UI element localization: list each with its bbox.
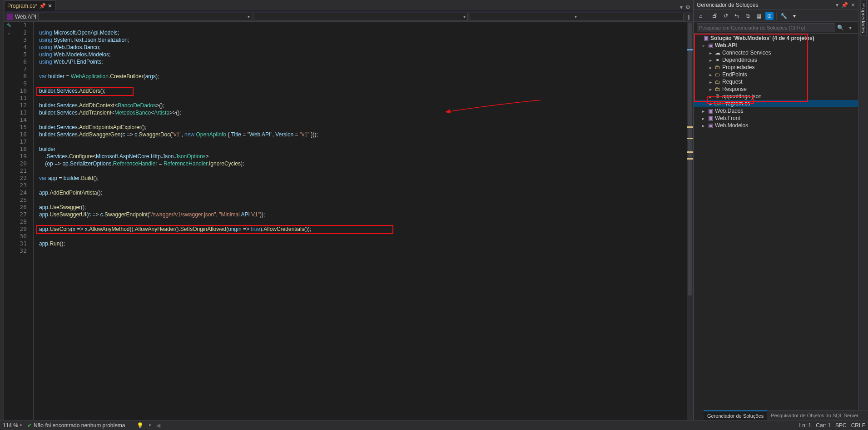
line-indicator[interactable]: Ln: 1	[799, 422, 812, 429]
right-panel-tabs: Gerenciador de Soluções Pesquisador de O…	[704, 410, 868, 420]
close-icon[interactable]: ✕	[851, 2, 855, 8]
folder-icon: 🗀	[714, 71, 721, 78]
solution-root[interactable]: ▶ ▣ Solução 'Web.Modelos' (4 de 4 projet…	[694, 35, 858, 42]
connected-services-icon: ☁	[714, 50, 721, 56]
node-properties[interactable]: ▸ 🗀 Propriedades	[694, 64, 858, 71]
show-all-icon[interactable]: ▤	[754, 12, 763, 20]
history-back-icon[interactable]: ↺	[722, 12, 730, 20]
project-name: Web.API	[15, 14, 36, 20]
panel-title-text: Gerenciador de Soluções	[697, 2, 836, 8]
check-circle-icon: ✔	[27, 422, 32, 429]
status-bar: 114 % ▾ ✔ Não foi encontrado nenhum prob…	[0, 420, 868, 430]
properties-tab-label: Propriedades	[860, 0, 867, 36]
csharp-project-icon: ▣	[707, 108, 714, 114]
node-request[interactable]: ▸ 🗀 Request	[694, 78, 858, 85]
project-context[interactable]: Web.API	[7, 14, 36, 20]
solution-toolbar: ⌂ 🗗 ↺ ⇆ ⧉ ▤ ⊞ 🔧 ▾	[694, 10, 858, 22]
search-dropdown-icon[interactable]: ▾	[845, 25, 855, 31]
close-icon[interactable]: ✕	[48, 3, 52, 9]
node-program-cs[interactable]: ▸ C# Program.cs	[694, 100, 858, 107]
pin-icon[interactable]: 📌	[39, 3, 46, 9]
csharp-project-icon: ▣	[707, 42, 714, 49]
pin-icon[interactable]: 📌	[841, 2, 848, 8]
project-label: Web.API	[715, 42, 737, 49]
code-context-bar: Web.API ▾ ▾ ▾ ⫿	[4, 12, 693, 22]
split-icon[interactable]: ⫿	[687, 13, 690, 20]
tab-solution-explorer[interactable]: Gerenciador de Soluções	[704, 410, 767, 420]
project-web-front[interactable]: ▸ ▣ Web.Front	[694, 115, 858, 122]
folder-icon: 🗀	[714, 86, 721, 92]
properties-collapsed-tab[interactable]: Propriedades	[858, 0, 868, 430]
chevron-left-icon[interactable]: ◀	[156, 422, 160, 429]
csharp-project-icon	[7, 14, 13, 20]
left-collapsed-gutter	[0, 0, 4, 430]
properties-icon[interactable]: 🔧	[779, 12, 788, 20]
node-appsettings[interactable]: ▸ 🗎 appsettings.json	[694, 93, 858, 100]
outline-margin	[30, 22, 37, 430]
json-file-icon: 🗎	[714, 93, 721, 100]
tab-program-cs[interactable]: Program.cs* 📌 ✕	[4, 0, 55, 10]
folder-icon: 🗀	[714, 79, 721, 85]
solution-tree[interactable]: ▶ ▣ Solução 'Web.Modelos' (4 de 4 projet…	[694, 34, 858, 430]
node-response[interactable]: ▸ 🗀 Response	[694, 85, 858, 93]
project-web-dados[interactable]: ▸ ▣ Web.Dados	[694, 107, 858, 115]
dependencies-icon: ⚭	[714, 57, 721, 63]
indent-indicator[interactable]: SPC	[835, 422, 847, 429]
csharp-project-icon: ▣	[707, 115, 714, 121]
member-dropdown[interactable]: ▾	[254, 13, 468, 21]
home-icon[interactable]: ⌂	[697, 12, 705, 20]
spray-icon[interactable]: 💡	[137, 422, 144, 429]
csharp-file-icon: C#	[714, 100, 721, 107]
project-web-api[interactable]: ▿ ▣ Web.API	[694, 42, 858, 49]
line-number-gutter: 1234567891011121314151617181920212223242…	[14, 22, 30, 430]
copy-icon[interactable]: ⧉	[744, 12, 752, 20]
search-icon[interactable]: 🔍	[835, 25, 845, 31]
csharp-project-icon: ▣	[707, 122, 714, 129]
vertical-scrollbar[interactable]: ▲ ▼	[687, 22, 693, 430]
document-tabbar: Program.cs* 📌 ✕ ▾ ⚙	[4, 0, 693, 11]
scope-dropdown[interactable]: ▾	[470, 13, 684, 21]
solution-search-input[interactable]	[697, 23, 835, 32]
gear-icon[interactable]: ⚙	[685, 4, 690, 10]
tab-sql-object-explorer[interactable]: Pesquisador de Objetos do SQL Server	[767, 410, 862, 420]
code-editor[interactable]: using Microsoft.OpenApi.Models;using Sys…	[37, 22, 687, 430]
solution-explorer-title: Gerenciador de Soluções ▾ 📌 ✕	[694, 0, 858, 10]
eol-indicator[interactable]: CRLF	[851, 422, 865, 429]
col-indicator[interactable]: Car: 1	[816, 422, 831, 429]
tab-overflow-dropdown-icon[interactable]: ▾	[680, 4, 683, 10]
solution-root-label: Solução 'Web.Modelos' (4 de 4 projetos)	[710, 35, 814, 41]
folder-icon: 🗀	[714, 64, 721, 70]
node-endpoints[interactable]: ▸ 🗀 EndPoints	[694, 71, 858, 78]
node-dependencies[interactable]: ▸ ⚭ Dependências	[694, 56, 858, 64]
solution-search-row: 🔍 ▾	[694, 22, 858, 34]
sync-icon[interactable]: ⇆	[733, 12, 741, 20]
namespace-dropdown[interactable]: ▾	[38, 13, 252, 21]
switch-views-icon[interactable]: 🗗	[711, 12, 719, 20]
indicator-margin: ✎ ⌄	[4, 22, 14, 430]
preview-icon[interactable]: ▾	[790, 12, 799, 20]
node-connected-services[interactable]: ▸ ☁ Connected Services	[694, 49, 858, 56]
zoom-level[interactable]: 114 % ▾	[3, 422, 22, 429]
solution-icon: ▣	[702, 35, 709, 41]
problems-indicator[interactable]: ✔ Não foi encontrado nenhum problema	[27, 422, 125, 429]
filter-icon[interactable]: ⊞	[765, 12, 774, 20]
window-menu-icon[interactable]: ▾	[836, 2, 838, 8]
project-web-modelos[interactable]: ▸ ▣ Web.Modelos	[694, 122, 858, 129]
tab-label: Program.cs*	[7, 3, 37, 9]
